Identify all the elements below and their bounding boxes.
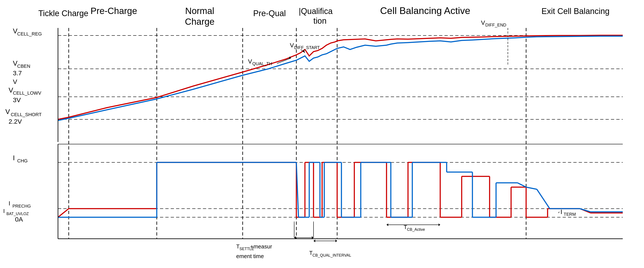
annotation-vdiff-end: V [481, 19, 485, 26]
annotation-tsettle-plus: +measur [250, 243, 272, 250]
label-vcben-value: 3.7 [13, 69, 22, 77]
label-zero-amps: 0A [15, 216, 23, 223]
label-vcell-lowv-value: 3V [13, 96, 21, 103]
label-ibat-uvloz-sub: BAT_UVLOZ [6, 212, 29, 216]
phase-tickle-charge: Tickle Charge [38, 9, 88, 18]
chart-container: Tickle Charge Pre-Charge Normal Charge P… [0, 0, 644, 268]
annotation-measurement: ement time [236, 253, 264, 259]
annotation-vqual-th-sub: QUAL_TH [252, 61, 272, 66]
label-vcell-lowv: V [8, 86, 13, 94]
annotation-vdiff-start: V [290, 42, 294, 49]
label-vcell-lowv-sub: CELL_LOWV [13, 90, 41, 96]
phase-pre-charge: Pre-Charge [90, 6, 137, 16]
label-ichg-sub: CHG [17, 158, 28, 164]
label-ibat-uvloz: I [3, 208, 5, 214]
phase-qualification-1: |Qualifica [299, 7, 333, 16]
annotation-vqual-th: V [248, 58, 252, 65]
label-vcell-short-sub: CELL_SHORT [11, 112, 42, 117]
annotation-vdiff-end-sub: DIFF_END [485, 23, 506, 28]
annotation-vdiff-start-sub: DIFF_START [294, 45, 320, 50]
chart-svg: Tickle Charge Pre-Charge Normal Charge P… [0, 0, 644, 268]
label-vcben: V [13, 59, 18, 67]
phase-cell-balancing: Cell Balancing Active [380, 5, 470, 16]
annotation-tcb-qual-interval: T [309, 250, 313, 256]
phase-pre-qual: Pre-Qual [253, 9, 286, 18]
label-iprechg-sub: PRECHG [12, 204, 31, 208]
phase-normal-charge-2: Charge [185, 17, 214, 27]
label-vcell-short: V [5, 108, 10, 115]
label-vcben-unit: V [13, 78, 17, 85]
phase-normal-charge: Normal [185, 6, 214, 16]
annotation-tsettle: T [236, 243, 240, 250]
label-ichg: I [13, 154, 15, 162]
label-vcben-sub: CBEN [17, 63, 30, 69]
annotation-iterm: I [560, 208, 562, 215]
label-vcell-reg: V [13, 27, 18, 35]
annotation-iterm-sub: TERM [564, 212, 576, 217]
svg-rect-0 [0, 0, 644, 268]
annotation-tcb-active-sub: CB_Active [407, 227, 425, 232]
phase-exit-cell-balancing: Exit Cell Balancing [542, 7, 610, 16]
phase-qualification-2: tion [313, 16, 326, 25]
annotation-tcb-qual-interval-sub: CB_QUAL_INTERVAL [312, 253, 351, 258]
label-vcell-reg-sub: CELL_REG [17, 31, 42, 37]
label-iprechg: I [8, 200, 10, 207]
label-vcell-short-value: 2.2V [8, 118, 22, 125]
